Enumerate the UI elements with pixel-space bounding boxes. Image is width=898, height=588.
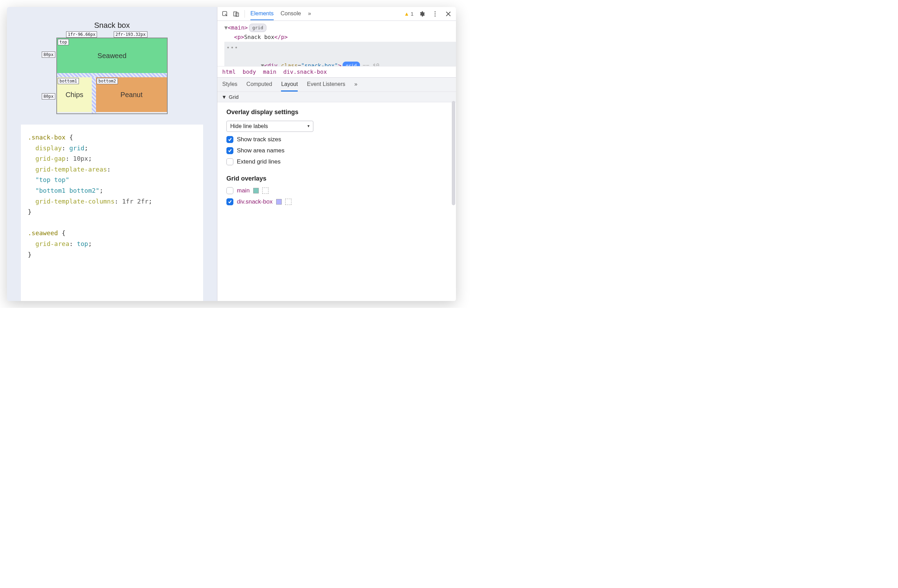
- option-show-track-sizes[interactable]: Show track sizes: [226, 136, 449, 143]
- cell-label: Chips: [65, 91, 83, 99]
- inspect-icon[interactable]: [220, 9, 230, 19]
- area-name-badge: bottom1: [58, 78, 79, 84]
- highlight-element-icon[interactable]: [262, 188, 269, 194]
- tab-more[interactable]: »: [308, 8, 311, 20]
- sidebar-subtabs: Styles Computed Layout Event Listeners »: [217, 77, 456, 91]
- checkbox-icon[interactable]: [226, 136, 234, 143]
- grid-overlays-heading: Grid overlays: [226, 175, 449, 182]
- devtools-toolbar: Elements Console » ▲ 1: [217, 7, 456, 21]
- scrollbar[interactable]: [452, 101, 455, 205]
- row-size-badge: 80px: [42, 93, 55, 100]
- cell-label: Peanut: [120, 91, 142, 99]
- disclosure-triangle-icon: ▼: [221, 94, 227, 100]
- checkbox-icon[interactable]: [226, 187, 234, 194]
- highlight-element-icon[interactable]: [285, 199, 291, 205]
- svg-rect-1: [234, 12, 237, 16]
- option-extend-grid-lines[interactable]: Extend grid lines: [226, 158, 449, 165]
- preview-title: Snack box: [21, 21, 203, 30]
- subtab-styles[interactable]: Styles: [222, 78, 238, 91]
- area-name-badge: bottom2: [97, 78, 118, 84]
- overlay-settings-heading: Overlay display settings: [226, 109, 449, 116]
- devtools-panel: Elements Console » ▲ 1: [217, 7, 456, 301]
- area-name-badge: top: [58, 39, 69, 45]
- layout-pane: Overlay display settings Hide line label…: [217, 102, 456, 213]
- checkbox-icon[interactable]: [226, 158, 234, 165]
- crumb[interactable]: main: [263, 69, 277, 75]
- tab-console[interactable]: Console: [281, 8, 301, 20]
- row-size-badge: 80px: [42, 51, 55, 58]
- option-show-area-names[interactable]: Show area names: [226, 147, 449, 154]
- grid-section-header[interactable]: ▼ Grid: [217, 91, 456, 102]
- warning-count[interactable]: ▲ 1: [404, 11, 414, 17]
- viewport-preview: Snack box 1fr·96.66px 2fr·193.32px 80px …: [7, 7, 217, 301]
- warning-icon: ▲: [404, 11, 409, 17]
- color-swatch[interactable]: [276, 199, 282, 205]
- grid-cell-seaweed: Seaweed: [57, 38, 167, 73]
- crumb[interactable]: div.snack-box: [283, 69, 327, 75]
- subtab-computed[interactable]: Computed: [247, 78, 272, 91]
- device-toggle-icon[interactable]: [231, 9, 241, 19]
- checkbox-icon[interactable]: [226, 147, 234, 154]
- gear-icon[interactable]: [417, 9, 427, 19]
- subtab-more[interactable]: »: [354, 78, 358, 91]
- dom-tree[interactable]: ▼<main>grid <p>Snack box</p> ••• ▼<div c…: [217, 21, 456, 66]
- svg-point-5: [434, 15, 435, 16]
- css-source: .snack-box { display: grid; grid-gap: 10…: [21, 125, 203, 301]
- overlay-item-snack-box[interactable]: div.snack-box: [226, 198, 449, 205]
- cell-label: Seaweed: [97, 52, 126, 60]
- crumb[interactable]: body: [243, 69, 256, 75]
- column-size-badge: 1fr·96.66px: [66, 31, 97, 38]
- breadcrumb[interactable]: html body main div.snack-box: [217, 66, 456, 77]
- grid-overlay-preview: 1fr·96.66px 2fr·193.32px 80px 80px Seawe…: [56, 38, 168, 114]
- subtab-event-listeners[interactable]: Event Listeners: [307, 78, 345, 91]
- subtab-layout[interactable]: Layout: [281, 78, 298, 91]
- close-icon[interactable]: [443, 9, 453, 19]
- checkbox-icon[interactable]: [226, 198, 234, 205]
- crumb[interactable]: html: [222, 69, 236, 75]
- tab-elements[interactable]: Elements: [251, 8, 274, 20]
- line-labels-select[interactable]: Hide line labels: [226, 121, 314, 132]
- svg-point-4: [434, 13, 435, 14]
- kebab-icon[interactable]: [430, 9, 440, 19]
- column-size-badge: 2fr·193.32px: [114, 31, 148, 38]
- divider: [244, 10, 245, 18]
- overlay-item-main[interactable]: main: [226, 187, 449, 194]
- color-swatch[interactable]: [253, 188, 259, 194]
- svg-point-3: [434, 11, 435, 12]
